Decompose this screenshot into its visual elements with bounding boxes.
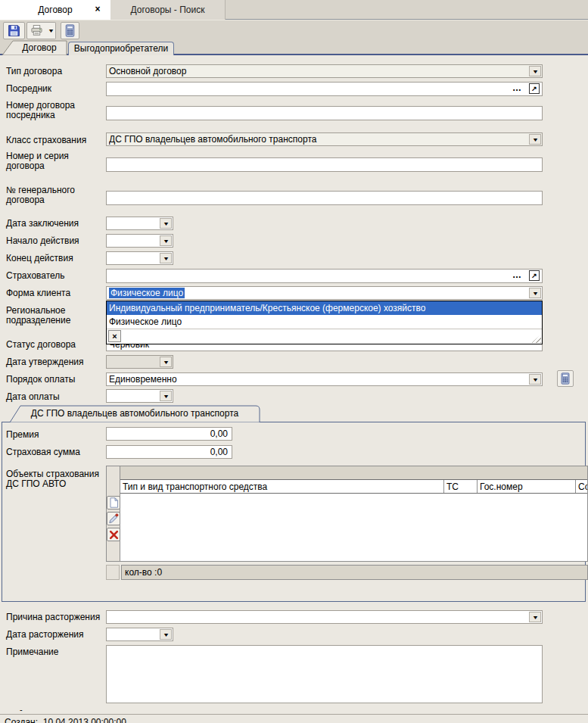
add-object-button[interactable] (107, 496, 120, 510)
chevron-down-icon[interactable]: ▼ (160, 253, 172, 263)
chevron-down-icon[interactable]: ▼ (529, 374, 541, 385)
premium-field[interactable]: 0,00 (106, 427, 232, 441)
delete-x-icon (109, 530, 119, 540)
dropdown-option-individual[interactable]: Физическое лицо (107, 315, 542, 329)
chevron-down-icon[interactable]: ▼ (160, 218, 172, 229)
resize-grip[interactable] (531, 335, 541, 343)
insurance-class-label: Класс страхования (6, 136, 104, 145)
open-in-window-icon[interactable]: ↗ (529, 270, 540, 281)
intermediary-field[interactable]: … ↗ (106, 82, 543, 96)
note-label: Примечание (6, 647, 104, 657)
client-form-dropdown: Индивидуальный предприниматель/Крестьянс… (106, 301, 543, 344)
printer-icon (30, 24, 43, 37)
termination-reason-label: Причина расторжения (6, 612, 104, 622)
calculator-icon (64, 24, 76, 37)
start-date-label: Начало действия (6, 236, 104, 246)
insured-sum-field[interactable]: 0,00 (106, 445, 232, 459)
ellipsis-button[interactable]: … (512, 83, 522, 93)
contract-type-select[interactable]: Основной договор ▼ (106, 64, 543, 78)
payment-order-value: Единовременно (109, 374, 528, 385)
insurance-class-value: ДС ГПО владельцев автомобильного транспо… (109, 134, 528, 145)
payment-order-select[interactable]: Единовременно ▼ (106, 372, 543, 386)
premium-value: 0,00 (210, 429, 228, 439)
insurance-class-select[interactable]: ДС ГПО владельцев автомобильного транспо… (106, 132, 543, 146)
note-textarea[interactable] (106, 645, 543, 703)
document-tabbar: Договор × Договоры - Поиск (0, 0, 588, 20)
termination-date-label: Дата расторжения (6, 630, 104, 640)
approval-date-picker[interactable]: ▼ (106, 355, 173, 369)
created-timestamp: Создан: 10.04.2013 00:00:00 (5, 717, 126, 723)
start-date-picker[interactable]: ▼ (106, 234, 173, 248)
dropdown-footer: × (107, 329, 542, 344)
ellipsis-button[interactable]: … (512, 270, 522, 280)
edit-object-button[interactable] (107, 512, 120, 525)
end-date-label: Конец действия (6, 254, 104, 263)
chevron-down-icon: ▼ (47, 28, 54, 33)
end-date-picker[interactable]: ▼ (106, 251, 173, 265)
column-header-ts[interactable]: ТС (444, 480, 478, 493)
calculator-icon (560, 372, 571, 385)
collapsed-splitter[interactable]: - (20, 705, 23, 714)
contract-type-label: Тип договора (6, 67, 104, 76)
number-series-label: Номер и серия договора (6, 151, 104, 171)
conclusion-date-label: Дата заключения (6, 219, 104, 229)
payment-order-label: Порядок оплаты (6, 375, 104, 385)
clear-selection-button[interactable]: × (108, 330, 121, 342)
column-header-clipped[interactable]: Со (576, 480, 588, 493)
payment-date-label: Дата оплаты (6, 392, 104, 402)
doc-tab-contract-label: Договор (38, 5, 72, 15)
insured-objects-table[interactable]: Тип и вид транспортного средства ТС Гос.… (106, 466, 588, 562)
open-in-window-icon[interactable]: ↗ (529, 83, 540, 94)
conclusion-date-picker[interactable]: ▼ (106, 217, 173, 230)
column-header-gos-number[interactable]: Гос.номер (478, 480, 576, 493)
doc-tab-search[interactable]: Договоры - Поиск (110, 0, 226, 20)
table-footer-count: кол-во :0 (121, 565, 588, 580)
delete-object-button[interactable] (107, 528, 120, 541)
chevron-down-icon[interactable]: ▼ (160, 235, 172, 246)
client-form-label: Форма клиента (6, 288, 104, 298)
statusbar: Создан: 10.04.2013 00:00:00 (0, 714, 588, 723)
chevron-down-icon[interactable]: ▼ (160, 391, 172, 401)
print-dropdown-button[interactable]: ▼ (46, 22, 56, 39)
general-contract-field[interactable] (106, 191, 543, 205)
insured-sum-value: 0,00 (210, 447, 228, 457)
save-button[interactable] (3, 22, 25, 39)
termination-reason-select[interactable]: ▼ (106, 610, 543, 624)
policyholder-label: Страхователь (6, 271, 104, 281)
doc-tab-contract[interactable]: Договор × (0, 0, 110, 20)
policyholder-field[interactable]: … ↗ (106, 269, 543, 283)
number-series-field[interactable] (106, 157, 543, 172)
termination-date-picker[interactable]: ▼ (106, 628, 173, 641)
contract-status-label: Статус договора (6, 340, 104, 350)
new-record-icon (109, 497, 119, 508)
client-form-select[interactable]: Физическое лицо ▼ (106, 286, 543, 300)
insured-sum-label: Страховая сумма (6, 447, 104, 457)
print-button[interactable] (26, 22, 47, 39)
column-header-vehicle-type[interactable]: Тип и вид транспортного средства (120, 480, 444, 493)
chevron-down-icon[interactable]: ▼ (529, 288, 541, 298)
intermediary-label: Посредник (6, 84, 104, 94)
regional-division-label: Региональное подразделение (6, 306, 104, 326)
chevron-down-icon[interactable]: ▼ (529, 66, 541, 76)
table-footer-gutter (106, 565, 120, 580)
floppy-icon (8, 24, 20, 37)
payment-calculator-button[interactable] (557, 370, 574, 387)
toolbar: ▼ (0, 20, 588, 41)
chevron-down-icon[interactable]: ▼ (160, 357, 172, 367)
tab-contract[interactable]: Договор (14, 42, 65, 53)
intermediary-contract-number-field[interactable] (106, 106, 543, 120)
general-contract-label: № генерального договора (6, 185, 104, 205)
insured-objects-label: Объекты страхования ДС ГПО АВТО (6, 469, 104, 489)
approval-date-label: Дата утверждения (6, 357, 104, 367)
group-tab-label: ДС ГПО владельцев автомобильного транспо… (17, 408, 253, 419)
close-icon[interactable]: × (92, 4, 103, 14)
tab-beneficiaries[interactable]: Выгодоприобретатели (68, 42, 174, 55)
chevron-down-icon[interactable]: ▼ (160, 629, 172, 640)
client-form-value: Физическое лицо (109, 288, 185, 298)
chevron-down-icon[interactable]: ▼ (529, 134, 541, 145)
table-header-band (120, 466, 588, 479)
dropdown-option-entrepreneur[interactable]: Индивидуальный предприниматель/Крестьянс… (107, 301, 542, 315)
chevron-down-icon[interactable]: ▼ (529, 612, 541, 622)
payment-date-picker[interactable]: ▼ (106, 389, 173, 403)
calculator-button[interactable] (61, 22, 79, 39)
